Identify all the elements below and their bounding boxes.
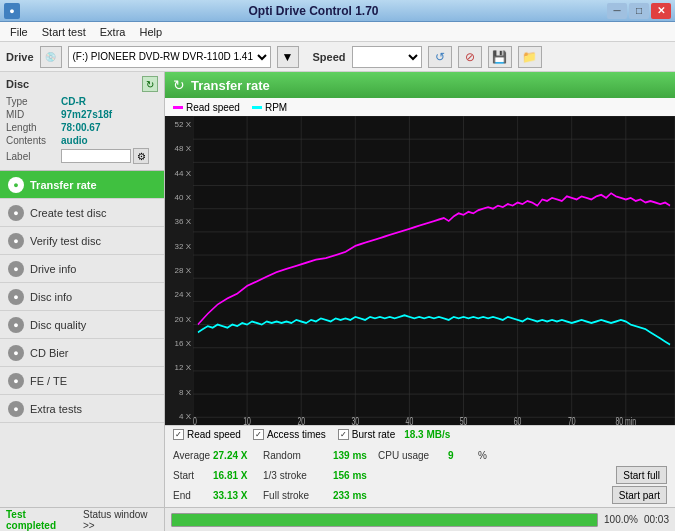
legend-read-speed-label: Read speed — [186, 102, 240, 113]
close-button[interactable]: ✕ — [651, 3, 671, 19]
svg-text:50: 50 — [460, 415, 468, 425]
disc-contents-key: Contents — [6, 135, 61, 146]
checkbox-access-times[interactable]: ✓ — [253, 429, 264, 440]
drive-select[interactable]: (F:) PIONEER DVD-RW DVR-110D 1.41 — [68, 46, 271, 68]
maximize-button[interactable]: □ — [629, 3, 649, 19]
main-layout: Disc ↻ Type CD-R MID 97m27s18f Length 78… — [0, 72, 675, 507]
minimize-button[interactable]: ─ — [607, 3, 627, 19]
check-access-times[interactable]: ✓ Access times — [253, 429, 326, 440]
disc-info-icon: ● — [8, 289, 24, 305]
row-label-2: End — [173, 490, 213, 501]
sidebar-item-disc-info[interactable]: ●Disc info — [0, 283, 164, 311]
checkbox-burst-rate[interactable]: ✓ — [338, 429, 349, 440]
svg-text:20: 20 — [297, 415, 305, 425]
progress-text: 100.0% — [604, 514, 638, 525]
legend-rpm: RPM — [252, 102, 287, 113]
sidebar-item-label-verify-test-disc: Verify test disc — [30, 235, 101, 247]
svg-text:60: 60 — [514, 415, 522, 425]
stats-bar: ✓ Read speed ✓ Access times ✓ Burst rate… — [165, 425, 675, 443]
sidebar-item-disc-quality[interactable]: ●Disc quality — [0, 311, 164, 339]
legend-read-speed-dot — [173, 106, 183, 109]
start-btn-2[interactable]: Start part — [612, 486, 667, 504]
start-btn-1[interactable]: Start full — [616, 466, 667, 484]
row-val2-2: 233 ms — [333, 490, 378, 501]
row-label-0: Average — [173, 450, 213, 461]
sidebar-item-drive-info[interactable]: ●Drive info — [0, 255, 164, 283]
y-label: 32 X — [175, 242, 191, 251]
drive-icon: 💿 — [40, 46, 62, 68]
svg-text:70: 70 — [568, 415, 576, 425]
status-window-btn[interactable]: Test completed Status window >> — [0, 508, 165, 531]
save-btn[interactable]: 💾 — [488, 46, 512, 68]
speed-select[interactable] — [352, 46, 422, 68]
chart-svg: 0 10 20 30 40 50 60 70 80 min — [193, 116, 675, 425]
row-val2-0: 139 ms — [333, 450, 378, 461]
sidebar-item-verify-test-disc[interactable]: ●Verify test disc — [0, 227, 164, 255]
y-label: 40 X — [175, 193, 191, 202]
menu-extra[interactable]: Extra — [94, 24, 132, 40]
left-panel: Disc ↻ Type CD-R MID 97m27s18f Length 78… — [0, 72, 165, 507]
row-unit3-0: % — [478, 450, 487, 461]
disc-type-key: Type — [6, 96, 61, 107]
erase-btn[interactable]: ⊘ — [458, 46, 482, 68]
disc-label-btn[interactable]: ⚙ — [133, 148, 149, 164]
disc-label-input[interactable] — [61, 149, 131, 163]
refresh-btn[interactable]: ↺ — [428, 46, 452, 68]
row-label2-2: Full stroke — [263, 490, 333, 501]
menu-help[interactable]: Help — [133, 24, 168, 40]
disc-quality-icon: ● — [8, 317, 24, 333]
sidebar-item-extra-tests[interactable]: ●Extra tests — [0, 395, 164, 423]
row-label3-0: CPU usage — [378, 450, 448, 461]
y-label: 36 X — [175, 217, 191, 226]
svg-text:30: 30 — [351, 415, 359, 425]
drive-info-icon: ● — [8, 261, 24, 277]
checkbox-read-speed[interactable]: ✓ — [173, 429, 184, 440]
y-label: 44 X — [175, 169, 191, 178]
sidebar-item-create-test-disc[interactable]: ●Create test disc — [0, 199, 164, 227]
sidebar-item-label-cd-bier: CD Bier — [30, 347, 69, 359]
burst-rate-value: 18.3 MB/s — [404, 429, 450, 440]
data-row-1: Start 16.81 X 1/3 stroke 156 ms Start fu… — [173, 465, 667, 485]
disc-refresh-btn[interactable]: ↻ — [142, 76, 158, 92]
nav-list: ●Transfer rate●Create test disc●Verify t… — [0, 171, 164, 423]
check-burst-rate[interactable]: ✓ Burst rate 18.3 MB/s — [338, 429, 451, 440]
drive-bar: Drive 💿 (F:) PIONEER DVD-RW DVR-110D 1.4… — [0, 42, 675, 72]
chart-icon: ↻ — [173, 77, 185, 93]
row-val-1: 16.81 X — [213, 470, 263, 481]
transfer-rate-icon: ● — [8, 177, 24, 193]
y-label: 52 X — [175, 120, 191, 129]
data-row-0: Average 27.24 X Random 139 ms CPU usage … — [173, 445, 667, 465]
sidebar-item-cd-bier[interactable]: ●CD Bier — [0, 339, 164, 367]
menu-file[interactable]: File — [4, 24, 34, 40]
status-progress: 100.0% 00:03 — [165, 508, 675, 531]
menu-start-test[interactable]: Start test — [36, 24, 92, 40]
check-read-speed[interactable]: ✓ Read speed — [173, 429, 241, 440]
disc-section: Disc ↻ Type CD-R MID 97m27s18f Length 78… — [0, 72, 164, 171]
extra-tests-icon: ● — [8, 401, 24, 417]
disc-length-key: Length — [6, 122, 61, 133]
y-label: 20 X — [175, 315, 191, 324]
chart-legend: Read speed RPM — [165, 98, 675, 116]
disc-type-val: CD-R — [61, 96, 86, 107]
sidebar-item-label-transfer-rate: Transfer rate — [30, 179, 97, 191]
y-label: 48 X — [175, 144, 191, 153]
chart-area: 52 X48 X44 X40 X36 X32 X28 X24 X20 X16 X… — [165, 116, 675, 425]
row-label2-1: 1/3 stroke — [263, 470, 333, 481]
sidebar-item-transfer-rate[interactable]: ●Transfer rate — [0, 171, 164, 199]
disc-mid-val: 97m27s18f — [61, 109, 112, 120]
status-bar: Test completed Status window >> 100.0% 0… — [0, 507, 675, 531]
y-axis: 52 X48 X44 X40 X36 X32 X28 X24 X20 X16 X… — [165, 116, 193, 425]
disc-label-key: Label — [6, 151, 61, 162]
extra-btn[interactable]: 📁 — [518, 46, 542, 68]
legend-rpm-label: RPM — [265, 102, 287, 113]
y-label: 8 X — [179, 388, 191, 397]
drive-arrow-btn[interactable]: ▼ — [277, 46, 299, 68]
speed-label: Speed — [313, 51, 346, 63]
sidebar-item-fe-te[interactable]: ●FE / TE — [0, 367, 164, 395]
data-rows: Average 27.24 X Random 139 ms CPU usage … — [165, 443, 675, 507]
chart-inner: 0 10 20 30 40 50 60 70 80 min — [193, 116, 675, 425]
fe-te-icon: ● — [8, 373, 24, 389]
disc-mid-key: MID — [6, 109, 61, 120]
data-row-2: End 33.13 X Full stroke 233 ms Start par… — [173, 485, 667, 505]
chart-title: Transfer rate — [191, 78, 270, 93]
